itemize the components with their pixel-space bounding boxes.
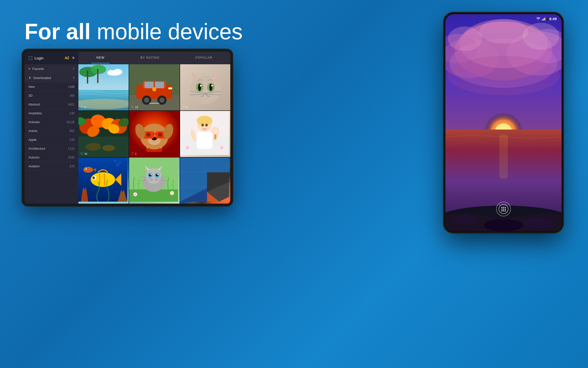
download-icon: ⬇ xyxy=(28,76,31,80)
phone-fab[interactable] xyxy=(496,202,511,216)
apple-count: 235 xyxy=(70,138,74,142)
svg-point-122 xyxy=(171,192,173,194)
grid-cell-material[interactable] xyxy=(180,158,230,204)
sidebar-item-downloaded[interactable]: ⬇ Downloaded 0 xyxy=(24,73,78,82)
grid-cell-beach[interactable]: ♡ 3 xyxy=(78,64,129,110)
phone-screen: 6:49 xyxy=(445,14,562,231)
favorite-icon: ♥ xyxy=(28,67,30,71)
svg-rect-75 xyxy=(197,132,212,149)
new-label: New xyxy=(28,85,68,89)
grid-cell-car[interactable]: ♡ 19 xyxy=(129,64,179,110)
svg-point-85 xyxy=(186,146,189,149)
svg-point-86 xyxy=(220,146,223,149)
heart-icon-dog: ♡ xyxy=(131,152,134,156)
tablet-grid: ♡ 3 xyxy=(78,64,230,204)
svg-point-33 xyxy=(200,85,201,87)
anime-count: 652 xyxy=(70,129,74,133)
svg-point-9 xyxy=(107,70,115,75)
like-badge-autumn: ♡ 43 xyxy=(80,152,87,156)
svg-rect-63 xyxy=(154,133,156,134)
tablet-main-header: NEW BY RATING POPULAR xyxy=(78,52,230,64)
grid-cell-dog[interactable]: ♡ 2 xyxy=(129,111,179,157)
svg-point-141 xyxy=(447,56,560,95)
svg-rect-4 xyxy=(97,69,98,83)
fab-dot xyxy=(503,209,504,210)
fab-dot xyxy=(501,210,502,211)
tablet: ⬚ Login AZ ≡ NEW BY RATING POPULAR xyxy=(22,49,233,206)
animals-count: 16125 xyxy=(66,120,74,124)
fab-dot xyxy=(505,210,506,211)
tablet-wrapper: ⬚ Login AZ ≡ NEW BY RATING POPULAR xyxy=(22,49,233,206)
tab-by-rating[interactable]: BY RATING xyxy=(135,52,164,64)
sidebar-item-autumn[interactable]: Autumn 3035 xyxy=(24,153,78,162)
sidebar-item-3d[interactable]: 3D 269 xyxy=(24,91,78,100)
like-count-beach: 3 xyxy=(84,106,86,109)
abstract-label: Abstract xyxy=(28,103,68,106)
heart-icon-car: ♡ xyxy=(131,105,134,109)
apple-label: Apple xyxy=(28,138,70,142)
grid-cell-kitten2[interactable] xyxy=(129,158,179,204)
phone-time: 6:49 xyxy=(549,17,557,21)
new-count: +106 xyxy=(68,85,74,89)
svg-point-152 xyxy=(523,23,559,50)
phone-fab-inner xyxy=(499,204,508,214)
like-count-autumn: 43 xyxy=(84,152,87,155)
amphibia-count: 136 xyxy=(70,112,74,115)
phone: 6:49 xyxy=(443,12,564,233)
fab-dot xyxy=(503,210,504,211)
heart-icon-beach: ♡ xyxy=(80,105,83,109)
svg-rect-156 xyxy=(544,18,545,20)
sidebar-item-abstract[interactable]: Abstract 3421 xyxy=(24,100,78,109)
sort-icon[interactable]: ≡ xyxy=(72,56,74,60)
svg-point-99 xyxy=(85,168,86,169)
sidebar-item-amphibia[interactable]: Amphibia 136 xyxy=(24,109,78,118)
aviation-count: 676 xyxy=(70,165,74,168)
az-sort-label[interactable]: AZ xyxy=(65,56,69,60)
sidebar-item-favorite[interactable]: ♥ Favorite 2 xyxy=(24,64,78,73)
sidebar-item-aviation[interactable]: Aviation 676 xyxy=(24,162,78,171)
sidebar-item-animals[interactable]: Animals 16125 xyxy=(24,118,78,127)
svg-point-82 xyxy=(205,124,208,127)
amphibia-label: Amphibia xyxy=(28,111,70,115)
svg-point-24 xyxy=(190,76,220,104)
sidebar-item-anime[interactable]: Anime 652 xyxy=(24,127,78,135)
svg-point-50 xyxy=(86,143,101,151)
autumn-label: Autumn xyxy=(28,156,68,159)
fab-dot xyxy=(505,207,506,208)
svg-rect-3 xyxy=(87,71,88,83)
tab-new[interactable]: NEW xyxy=(91,52,109,64)
svg-point-51 xyxy=(102,145,115,151)
signal-icon xyxy=(542,17,546,20)
heart-icon-girl: ♡ xyxy=(182,152,185,156)
heart-icon-autumn: ♡ xyxy=(80,152,83,156)
login-text[interactable]: Login xyxy=(35,56,63,60)
svg-point-19 xyxy=(159,98,165,103)
like-count-cat: 5 xyxy=(186,106,187,109)
grid-cell-cat[interactable]: ♡ 5 xyxy=(180,64,230,110)
tab-popular[interactable]: POPULAR xyxy=(191,52,217,64)
sidebar-item-architecture[interactable]: Architecture 1110 xyxy=(24,144,78,153)
grid-cell-autumn[interactable]: ♡ 43 xyxy=(78,111,129,157)
fab-dot xyxy=(501,207,502,208)
like-count-girl: 1 xyxy=(186,152,187,155)
svg-point-21 xyxy=(152,87,157,92)
svg-point-74 xyxy=(197,116,212,126)
svg-rect-157 xyxy=(545,17,546,20)
tablet-body: ♥ Favorite 2 ⬇ Downloaded 0 New +106 xyxy=(24,64,230,204)
aviation-label: Aviation xyxy=(28,164,70,168)
3d-count: 269 xyxy=(70,94,74,97)
fab-grid xyxy=(501,207,506,211)
svg-point-67 xyxy=(158,133,162,137)
svg-point-32 xyxy=(209,84,212,91)
tablet-sidebar-header: ⬚ Login AZ ≡ xyxy=(24,52,78,64)
grid-cell-girl[interactable]: ♡ 1 xyxy=(180,111,230,157)
svg-rect-146 xyxy=(499,134,508,179)
grid-cell-fish[interactable] xyxy=(78,158,129,204)
svg-point-34 xyxy=(211,85,212,87)
architecture-label: Architecture xyxy=(28,147,68,150)
sidebar-item-apple[interactable]: Apple 235 xyxy=(24,135,78,144)
svg-point-150 xyxy=(484,219,523,231)
favorite-label: Favorite xyxy=(32,67,73,71)
svg-rect-14 xyxy=(145,82,154,88)
sidebar-item-new[interactable]: New +106 xyxy=(24,82,78,91)
